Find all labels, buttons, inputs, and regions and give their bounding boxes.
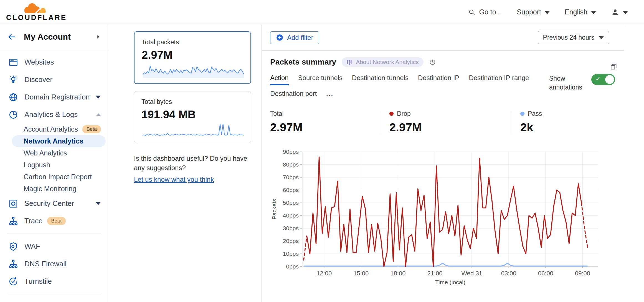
sidebar-item-domain-registration[interactable]: Domain Registration	[0, 88, 108, 106]
sidebar-item-network-analytics[interactable]: Network Analytics	[12, 135, 106, 147]
check-icon: ✓	[595, 75, 600, 83]
back-arrow-icon[interactable]	[7, 32, 16, 41]
stat-label: Pass	[520, 110, 604, 117]
svg-text:50pps: 50pps	[283, 199, 299, 206]
chevron-down-icon	[591, 11, 596, 14]
chevron-down-icon	[545, 11, 550, 14]
packets-line-chart[interactable]: 0pps10pps20pps30pps40pps50pps60pps70pps8…	[270, 147, 616, 288]
sidebar-item-label: Account Analytics	[24, 125, 78, 133]
stat-value: 2.97M	[389, 121, 511, 134]
tab-destination-ip[interactable]: Destination IP	[418, 74, 459, 85]
sidebar-item-extra[interactable]	[0, 298, 108, 302]
sidebar-item-label: Logpush	[24, 161, 50, 169]
add-filter-button[interactable]: Add filter	[270, 31, 319, 44]
header-menu: Go to... Support English	[468, 8, 628, 16]
account-header: My Account	[0, 25, 108, 49]
stats-row: Total2.97MDrop2.97MPass2k	[270, 110, 616, 134]
sidebar-item-dns-firewall[interactable]: DNS Firewall	[0, 255, 108, 273]
globe-icon	[8, 92, 18, 102]
book-icon	[346, 59, 353, 65]
stat-label: Drop	[389, 110, 511, 117]
sidebar-divider	[7, 294, 101, 294]
tab-more[interactable]: ...	[326, 90, 333, 101]
beta-badge: Beta	[47, 217, 66, 225]
packets-chart[interactable]: 0pps10pps20pps30pps40pps50pps60pps70pps8…	[270, 147, 616, 289]
support-label: Support	[517, 8, 541, 16]
card-value: 2.97M	[142, 49, 243, 61]
sidebar-item-account-analytics[interactable]: Account AnalyticsBeta	[12, 123, 106, 135]
dimension-tabs: ActionSource tunnelsDestination tunnelsD…	[270, 74, 549, 101]
sidebar-item-label: DNS Firewall	[24, 260, 67, 268]
svg-text:18:00: 18:00	[390, 270, 405, 277]
sidebar-item-web-analytics[interactable]: Web Analytics	[12, 147, 106, 159]
logo-wordmark: CLOUDFLARE	[6, 13, 67, 22]
go-to-label: Go to...	[479, 8, 502, 16]
tab-source-tunnels[interactable]: Source tunnels	[298, 74, 343, 85]
y-axis-title: Packets	[271, 199, 277, 220]
sidebar-item-trace[interactable]: TraceBeta	[0, 212, 108, 230]
time-period-pie-icon[interactable]	[429, 59, 436, 66]
tab-destination-tunnels[interactable]: Destination tunnels	[352, 74, 409, 85]
safe-icon	[8, 199, 18, 209]
svg-text:Wed 31: Wed 31	[461, 270, 482, 277]
stat-label: Total	[270, 110, 380, 117]
svg-text:90pps: 90pps	[283, 149, 299, 155]
tab-destination-port[interactable]: Destination port	[270, 90, 317, 101]
language-label: English	[565, 8, 587, 16]
tab-destination-ip-range[interactable]: Destination IP range	[469, 74, 529, 85]
stat-value: 2.97M	[270, 121, 380, 134]
svg-text:0pps: 0pps	[286, 263, 299, 270]
svg-text:60pps: 60pps	[283, 187, 299, 193]
cloudflare-logo[interactable]: CLOUDFLARE	[6, 2, 67, 22]
sidebar-item-waf[interactable]: WAF	[0, 238, 108, 255]
sidebar-item-label: Turnstile	[24, 277, 52, 286]
add-filter-label: Add filter	[287, 34, 313, 42]
top-header: CLOUDFLARE Go to... Support English	[0, 0, 644, 24]
sidebar-item-security-center[interactable]: Security Center	[0, 195, 108, 212]
sidebar-item-logpush[interactable]: Logpush	[12, 159, 106, 171]
language-menu[interactable]: English	[565, 8, 596, 16]
sidebar-item-carbon-impact-report[interactable]: Carbon Impact Report	[12, 171, 106, 183]
sidebar-item-label: Security Center	[24, 199, 74, 208]
support-menu[interactable]: Support	[517, 8, 550, 16]
summary-card-total-packets[interactable]: Total packets2.97M	[134, 31, 251, 84]
chevron-right-icon[interactable]	[96, 34, 101, 39]
account-menu[interactable]	[611, 8, 628, 16]
go-to-search[interactable]: Go to...	[468, 8, 502, 16]
sidebar-item-label: Websites	[24, 58, 54, 66]
plus-circle-icon	[276, 34, 283, 41]
sparkline	[141, 121, 245, 139]
svg-text:70pps: 70pps	[283, 174, 299, 180]
cloudflare-dashboard: CLOUDFLARE Go to... Support English	[0, 0, 644, 302]
sidebar-item-label: WAF	[24, 242, 40, 251]
svg-text:80pps: 80pps	[283, 161, 299, 168]
stat-pass: Pass2k	[520, 110, 604, 134]
annotations-control: Show annotations ✓	[549, 74, 615, 101]
time-range-dropdown[interactable]: Previous 24 hours	[538, 31, 609, 44]
analytics-panel: Add filter Previous 24 hours Packets sum…	[262, 25, 624, 302]
search-icon	[468, 9, 475, 16]
svg-text:03:00: 03:00	[501, 270, 516, 277]
sidebar-item-discover[interactable]: Discover	[0, 71, 108, 88]
tab-action[interactable]: Action	[270, 74, 289, 85]
about-network-analytics-badge[interactable]: About Network Analytics	[342, 57, 423, 67]
sidebar-nav: WebsitesDiscoverDomain RegistrationAnaly…	[0, 49, 108, 302]
sidebar-item-label: Magic Monitoring	[24, 185, 76, 193]
shield-icon	[8, 242, 18, 252]
chevron-down-icon	[599, 36, 604, 39]
sidebar-item-label: Carbon Impact Report	[24, 173, 92, 181]
sidebar-item-turnstile[interactable]: Turnstile	[0, 273, 108, 290]
sidebar-item-websites[interactable]: Websites	[0, 53, 108, 71]
cloudflare-cloud-icon	[19, 2, 48, 14]
expand-panel-icon[interactable]	[610, 63, 617, 70]
sidebar-item-analytics-logs[interactable]: Analytics & Logs	[0, 106, 108, 123]
summary-card-total-bytes[interactable]: Total bytes191.94 MB	[134, 91, 251, 143]
pass-series-line	[304, 263, 588, 266]
sparkline	[142, 61, 245, 79]
section-heading-row: Packets summary About Network Analytics	[270, 57, 616, 67]
show-annotations-toggle[interactable]: ✓	[591, 74, 615, 85]
feedback-link[interactable]: Let us know what you think	[134, 175, 214, 184]
chevron-down-icon	[623, 11, 628, 14]
sidebar-item-label: Web Analytics	[24, 149, 67, 157]
sidebar-item-magic-monitoring[interactable]: Magic Monitoring	[12, 183, 106, 195]
